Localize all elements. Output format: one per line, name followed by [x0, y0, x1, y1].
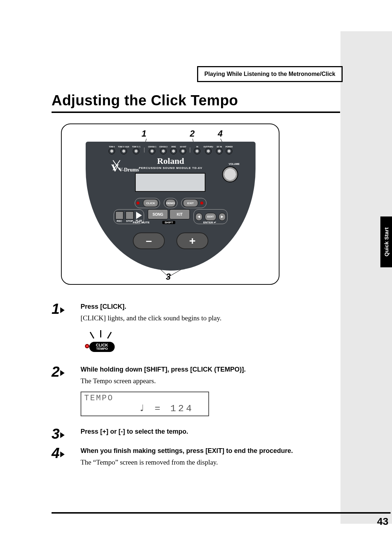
device-console: TOM 4 TOM 3 / AUX TOM 2 / 1 CRASH 1 CRAS…: [86, 142, 256, 271]
tempo-value-text: ♩ = 124: [139, 402, 194, 414]
play-icon: [136, 212, 142, 219]
tempo-screen-figure: TEMPO ♩ = 124: [81, 392, 209, 416]
step-body: [CLICK] lights, and the click sound begi…: [81, 314, 340, 322]
click-tempo-group: CLICK: [135, 198, 160, 208]
step-number: 1: [52, 301, 60, 317]
low-button-row: REC STOP PLAY SONG KIT SHIFT ◀ EDIT ▶: [86, 209, 256, 224]
click-button-figure: CLICK TEMPO: [81, 329, 121, 354]
step-2: 2 While holding down [SHIFT], press [CLI…: [52, 366, 340, 416]
led-icon: [85, 344, 89, 348]
step-1: 1 Press [CLICK]. [CLICK] lights, and the…: [52, 303, 340, 354]
jack-tom3: TOM 3 / AUX: [118, 146, 129, 154]
section-tab-label: Quick Start: [383, 227, 389, 256]
jack-icon: [133, 148, 139, 154]
step-body: The Tempo screen appears.: [81, 377, 340, 385]
jack-icon: [121, 148, 127, 154]
jack-icon: [194, 148, 200, 154]
lcd-screen: [135, 173, 205, 192]
demo-group: DEMO: [164, 198, 177, 208]
exit-group: EXIT: [181, 198, 207, 208]
tempo-mode-text: TEMPO: [84, 394, 114, 403]
jack-crash1: CRASH 1: [148, 146, 156, 154]
step-number: 2: [52, 364, 60, 380]
led-icon: [200, 202, 203, 204]
jack-icon: [226, 148, 232, 154]
callout-4: 4: [218, 129, 222, 139]
step-head: Press [+] or [-] to select the tempo.: [81, 428, 340, 436]
step-body: The “Tempo” screen is removed from the d…: [81, 458, 340, 466]
jack-icon: [180, 148, 186, 154]
jack-icon: [109, 148, 115, 154]
jack-crash2: CRASH 2: [159, 146, 168, 154]
jack-hihat: HI-HAT: [180, 146, 186, 154]
jack-tom4: TOM 4: [109, 146, 115, 154]
jack-icon: [170, 148, 177, 154]
jack-ride: RIDE: [170, 146, 177, 154]
jack-icon: [149, 148, 155, 154]
shift-button: SHIFT: [162, 221, 175, 224]
breadcrumb: Playing While Listening to the Metronome…: [197, 66, 343, 82]
right-button: ▶: [219, 213, 226, 221]
divider: [144, 147, 144, 153]
title-rule: [52, 112, 340, 113]
jack-dcin: DC IN: [216, 146, 222, 154]
step-3: 3 Press [+] or [-] to select the tempo.: [52, 428, 340, 436]
jack-icon: [205, 148, 212, 154]
mid-button-row: CLICK DEMO EXIT: [86, 198, 256, 208]
led-icon: [136, 202, 139, 204]
minus-button: –: [133, 232, 165, 249]
ray-icon: [107, 332, 112, 339]
device-figure: 1 2 4 3 TOM 4 TOM 3 / AUX TOM 2 / 1 CRAS…: [61, 123, 279, 285]
part-mute-label: PART MUTE: [133, 221, 150, 224]
jack-tom21: TOM 2 / 1: [132, 146, 140, 154]
divider: [190, 147, 190, 153]
step-head: While holding down [SHIFT], press [CLICK…: [81, 366, 340, 373]
click-tempo-button: CLICK TEMPO: [89, 342, 115, 352]
kit-button: KIT: [170, 209, 190, 219]
jack-power: POWER: [225, 146, 233, 154]
enter-label: ENTER ↵: [203, 221, 216, 224]
leader-dot: [167, 277, 168, 278]
volume-label: VOLUME: [229, 163, 240, 165]
rec-button: [115, 211, 123, 219]
manual-page: Playing While Listening to the Metronome…: [0, 0, 392, 555]
section-tab: Quick Start: [380, 216, 392, 267]
page-number: 43: [377, 516, 388, 527]
click-button: CLICK: [143, 199, 158, 207]
ray-icon: [90, 332, 94, 339]
callout-1: 1: [142, 129, 146, 139]
footer-rule: [52, 512, 391, 514]
jack-midi-in: IN: [194, 146, 200, 154]
step-head: Press [CLICK].: [81, 303, 340, 311]
exit-button: EXIT: [183, 199, 198, 207]
edit-button: EDIT: [205, 213, 216, 221]
jack-icon: [216, 148, 222, 154]
callout-2: 2: [190, 129, 195, 139]
steps-list: 1 Press [CLICK]. [CLICK] lights, and the…: [52, 303, 340, 478]
margin-shade: [340, 31, 392, 524]
tempo-label: TEMPO: [96, 347, 108, 351]
step-number: 4: [52, 445, 60, 461]
left-button: ◀: [195, 213, 203, 221]
jack-icon: [160, 148, 167, 154]
volume-knob: [222, 166, 238, 182]
step-4: 4 When you finish making settings, press…: [52, 447, 340, 466]
jack-midi-out: OUT/THRU: [203, 146, 213, 154]
top-io-row: TOM 4 TOM 3 / AUX TOM 2 / 1 CRASH 1 CRAS…: [86, 146, 256, 154]
step-number: 3: [52, 426, 60, 442]
page-title: Adjusting the Click Tempo: [52, 92, 238, 109]
breadcrumb-text: Playing While Listening to the Metronome…: [204, 71, 335, 77]
plus-button: +: [176, 232, 208, 249]
song-button: SONG: [148, 209, 168, 219]
stop-button: [126, 211, 134, 219]
demo-button: DEMO: [166, 199, 176, 207]
song-kit-group: SONG KIT SHIFT: [148, 209, 190, 224]
step-head: When you finish making settings, press […: [81, 447, 340, 455]
ray-icon: [100, 330, 101, 337]
